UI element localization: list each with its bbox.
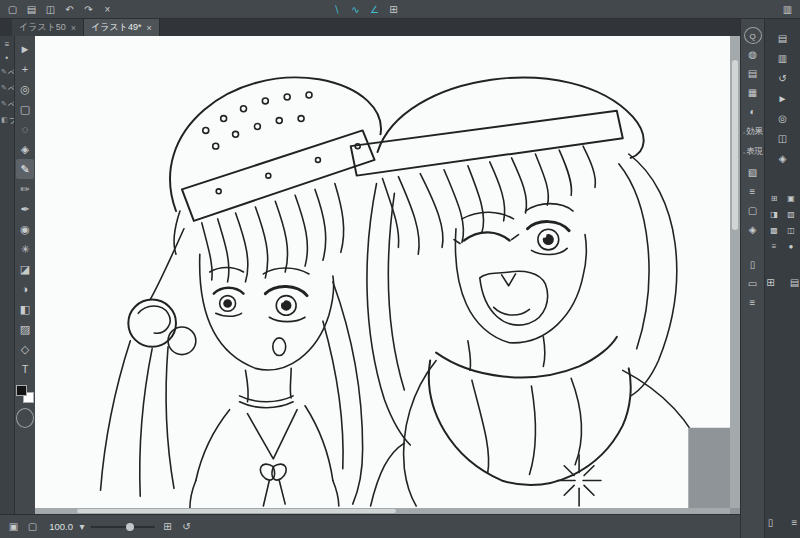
tab-label: イラスト49* [91,21,141,34]
vertical-scrollbar-thumb[interactable] [732,60,738,230]
airbrush-tool-icon[interactable]: ◉ [16,219,34,239]
auto-action-icon[interactable]: ► [773,90,793,107]
transparent-color-swatch[interactable] [16,408,34,428]
figure-tool-icon[interactable]: ◇ [16,339,34,359]
row-label: ペン [8,67,14,78]
blend-tool-icon[interactable]: ◑ [16,279,34,299]
zoom-menu-icon[interactable]: ▾ [77,519,87,534]
mixing-palette-icon[interactable]: ◐ [744,103,762,120]
brush-tool-icon[interactable]: ✒ [16,199,34,219]
duplicate-layer-icon[interactable]: ◫ [784,224,798,237]
row-label: 効果 [746,126,762,138]
clip-studio-paint-window: ▢▤◫↶↷× ∖∿∠⊞ ▥ イラスト50 × イラスト49* × [0,0,800,538]
add-layer-icon[interactable]: ⊞ [761,274,781,291]
canvas-area[interactable] [35,36,740,514]
tab-close-icon[interactable]: × [146,23,151,33]
fit-to-screen-icon[interactable]: ▣ [5,519,22,534]
history-icon[interactable]: ↺ [773,70,793,87]
snap-to-grid-icon[interactable]: ∠ [366,2,383,17]
information-icon[interactable]: ◈ [744,221,762,238]
color-wheel-icon[interactable]: ◍ [744,46,762,63]
redo-icon[interactable]: ↷ [80,2,97,17]
eyedropper-tool-icon[interactable]: ◈ [16,139,34,159]
eraser-tool-icon[interactable]: ◪ [16,259,34,279]
color-swatches[interactable] [16,385,34,403]
row-label: 表現 [746,146,762,158]
subtool-item-fill[interactable]: ◧フィ [0,112,14,128]
sub-tool-detail-icon[interactable]: ≡ [744,183,762,200]
layer-folder-icon[interactable]: ▤ [785,274,800,291]
fill-tool-icon[interactable]: ◧ [16,299,34,319]
vertical-scrollbar[interactable] [730,36,740,508]
snap-to-ruler-icon[interactable]: ∖ [328,2,345,17]
canvas-page[interactable] [35,36,730,508]
right-outer-panel-strip: ▤▥↺►◎◫◈ ⊞▣◨▧▩◫≡● ⊞▤ ▯≡ [764,19,800,538]
tool-property-icon[interactable]: ▧ [744,164,762,181]
zoom-slider[interactable] [91,521,155,533]
search-icon[interactable]: ◎ [773,110,793,127]
subtool-item-pen-2[interactable]: ✎ペン [0,80,14,96]
selection-tool-icon[interactable]: ▢ [16,99,34,119]
timeline-icon[interactable]: ▭ [744,275,762,292]
clip-layer-icon[interactable]: ◨ [767,208,781,221]
delete-icon[interactable]: × [99,2,116,17]
material-icon[interactable]: ▤ [773,30,793,47]
new-file-icon[interactable]: ▢ [4,2,21,17]
status-bar: ▣▢ 100.0 ▾ ⊞↺ [0,514,740,538]
tab-close-icon[interactable]: × [71,23,76,33]
color-slider-icon[interactable]: ▤ [744,65,762,82]
actual-size-icon[interactable]: ▢ [24,519,41,534]
decoration-tool-icon[interactable]: ✳ [16,239,34,259]
merge-layer-icon[interactable]: ≡ [767,240,781,253]
row-label: フィ [9,115,14,126]
rotate-reset-icon[interactable]: ↺ [178,519,195,534]
undo-icon[interactable]: ↶ [61,2,78,17]
quick-access-icon[interactable]: Q [744,27,762,44]
list-icon[interactable]: ≡ [744,294,762,311]
delete-layer-icon[interactable]: ▯ [761,514,781,531]
topbar-right-group: ▥ [779,2,796,17]
horizontal-scrollbar-thumb[interactable] [77,509,397,513]
sub-view-icon[interactable]: ◫ [773,130,793,147]
zoom-tool-icon[interactable]: ◎ [16,79,34,99]
zoom-grid-icon[interactable]: ⊞ [159,519,176,534]
subtool-item-pen-3[interactable]: ✎ペン [0,96,14,112]
gradient-tool-icon[interactable]: ▨ [16,319,34,339]
operation-tool-icon[interactable]: ► [16,39,34,59]
layer-property-icon[interactable]: ◈ [773,150,793,167]
snap-to-special-ruler-icon[interactable]: ∿ [347,2,364,17]
subtool-group-icon[interactable]: ▪ [1,51,14,64]
save-icon[interactable]: ◫ [42,2,59,17]
tab-illust50[interactable]: イラスト50 × [12,19,84,36]
mask-layer-icon[interactable]: ▩ [767,224,781,237]
pencil-tool-icon[interactable]: ✏ [16,179,34,199]
new-folder-icon[interactable]: ▣ [784,192,798,205]
grid-icon[interactable]: ⊞ [385,2,402,17]
layer-color-icon[interactable]: ● [784,240,798,253]
foreground-color-swatch[interactable] [16,385,27,396]
new-layer-icon[interactable]: ⊞ [767,192,781,205]
palette-menu-icon[interactable]: ≡ [785,514,800,531]
subtool-item-pen-1-icon: ✎ [1,68,7,76]
navigator-icon[interactable]: ▢ [744,202,762,219]
zoom-slider-thumb[interactable] [126,523,134,531]
lasso-tool-icon[interactable]: ◌ [16,119,34,139]
layer-effect-label[interactable]: ▫効果 [741,122,764,142]
lock-layer-icon[interactable]: ▧ [784,208,798,221]
panel-toggle-icon[interactable]: ▥ [779,2,796,17]
material-catalog-icon[interactable]: ▥ [773,50,793,67]
open-file-icon[interactable]: ▤ [23,2,40,17]
text-tool-icon[interactable]: T [16,359,34,379]
row-label: ペン [8,99,14,110]
horizontal-scrollbar[interactable] [35,508,730,514]
expression-color-label[interactable]: ▫表現 [741,142,764,162]
tab-illust49[interactable]: イラスト49* × [84,19,160,36]
pen-tool-icon[interactable]: ✎ [16,159,34,179]
layer-comp-icon[interactable]: ▯ [744,256,762,273]
subtool-menu-icon[interactable]: ≡ [1,38,14,51]
document-tabbar: イラスト50 × イラスト49* × [0,19,740,36]
canvas-artwork [35,36,730,508]
color-set-icon[interactable]: ▦ [744,84,762,101]
move-tool-icon[interactable]: + [16,59,34,79]
subtool-item-pen-1[interactable]: ✎ペン [0,64,14,80]
